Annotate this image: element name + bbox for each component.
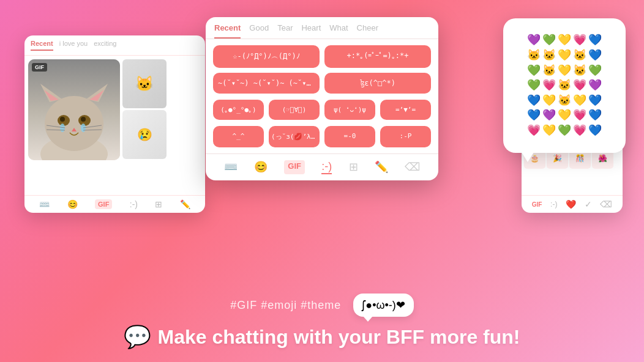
heart-emoji: 💛 bbox=[558, 49, 571, 62]
toolbar-kaomoji-icon[interactable]: :-) bbox=[321, 160, 332, 174]
rp-gif-icon[interactable]: GIF bbox=[532, 201, 542, 208]
kaomoji-btn-6[interactable]: ψ( ❛ᴗ❛)ψ bbox=[324, 100, 375, 120]
kaomoji-btn-8[interactable]: ^_^ bbox=[213, 126, 264, 147]
heart-emoji: 💗 bbox=[573, 124, 586, 138]
tab-what[interactable]: What bbox=[329, 23, 348, 39]
left-tab-exciting[interactable]: exciting bbox=[94, 40, 116, 51]
chat-icon: 💬 bbox=[124, 324, 151, 350]
heart-emoji: 💙 bbox=[588, 109, 602, 122]
heart-emoji: 💗 bbox=[573, 79, 586, 92]
tagline: Make chatting with your BFF more fun! bbox=[157, 326, 520, 349]
tab-heart[interactable]: Heart bbox=[301, 23, 321, 39]
kaomoji-row4: ^_^ (っ˘з(💋ʼλʼ)❤ =-0 :-P bbox=[206, 126, 438, 153]
kaomoji-tabs: Recent Good Tear Heart What Cheer bbox=[206, 17, 438, 39]
kaomoji-btn-7[interactable]: =ʼ▼ʼ= bbox=[380, 100, 431, 120]
cat-emoji: 🐱 bbox=[558, 79, 571, 92]
heart-emoji: 💙 bbox=[588, 49, 602, 62]
kaomoji-btn-4[interactable]: (｡●°_°●｡) bbox=[213, 100, 264, 120]
heart-emoji: 💚 bbox=[527, 64, 541, 78]
toolbar-pen-icon[interactable]: ✏️ bbox=[375, 160, 388, 174]
svg-point-9 bbox=[60, 117, 65, 122]
left-tab-recent[interactable]: Recent bbox=[31, 40, 53, 51]
heart-emoji: 💛 bbox=[542, 124, 556, 138]
toolbar-grid-icon[interactable]: ⊞ bbox=[349, 160, 358, 174]
tagline-container: 💬 Make chatting with your BFF more fun! bbox=[124, 324, 520, 350]
cat-emoji: 🐱 bbox=[527, 49, 541, 62]
hashtags: #GIF #emoji #theme bbox=[230, 299, 341, 312]
left-panel-tabs: Recent i love you exciting bbox=[24, 35, 205, 56]
toolbar-gif-icon[interactable]: GIF bbox=[284, 160, 305, 174]
heart-grid: 💜 💚 💛 💗 💙 🐱 🐱 💛 🐱 💙 💚 🐱 💛 🐱 💚 💚 💗 🐱 💗 💜 … bbox=[527, 34, 602, 137]
heart-emoji: 💙 bbox=[588, 94, 602, 108]
gif-badge: GIF bbox=[32, 63, 47, 72]
heart-emoji: 💗 bbox=[573, 34, 586, 47]
cat-emoji: 🐱 bbox=[542, 64, 556, 78]
heart-emoji: 💙 bbox=[527, 109, 541, 122]
kaomoji-panel: Recent Good Tear Heart What Cheer ☆-(ﾉ°Д… bbox=[206, 17, 438, 180]
kaomoji-btn-11[interactable]: :-P bbox=[380, 126, 431, 147]
toolbar-emoji-icon[interactable]: 😊 bbox=[254, 160, 268, 174]
heart-emoji: 💜 bbox=[542, 109, 556, 122]
bubble-kaomoji: ʃ●•ω•-)❤ bbox=[362, 299, 405, 311]
thumb1: 🐱 bbox=[122, 59, 167, 108]
svg-point-2 bbox=[45, 96, 103, 151]
kaomoji-row3: (｡●°_°●｡) (☞ﾟ∀ﾟ) ψ( ❛ᴗ❛)ψ =ʼ▼ʼ= bbox=[206, 100, 438, 126]
kaomoji-btn-5[interactable]: (☞ﾟ∀ﾟ) bbox=[269, 100, 320, 120]
tab-recent[interactable]: Recent bbox=[214, 23, 241, 39]
kaomoji-btn-10[interactable]: =-0 bbox=[324, 126, 375, 147]
lp-gif-icon[interactable]: GIF bbox=[95, 199, 112, 209]
cat-emoji: 🐱 bbox=[558, 94, 571, 108]
cat-gif: GIF bbox=[28, 59, 120, 160]
lp-emoji-icon[interactable]: 😊 bbox=[67, 199, 78, 209]
kaomoji-btn-0[interactable]: ☆-(ﾉ°Д°)ﾉ︵(Д°)ﾉ bbox=[213, 45, 320, 68]
kaomoji-btn-1[interactable]: +:*｡(=ﾟ-ﾟ=)｡:*+ bbox=[324, 45, 431, 68]
cat-emoji: 🐱 bbox=[542, 49, 556, 62]
heart-emoji: 💚 bbox=[542, 34, 556, 47]
heart-emoji: 💗 bbox=[527, 124, 541, 138]
lp-grid-icon[interactable]: ⊞ bbox=[155, 199, 162, 209]
cat-emoji: 🐱 bbox=[573, 49, 586, 62]
tab-good[interactable]: Good bbox=[249, 23, 269, 39]
heart-emoji: 💙 bbox=[588, 124, 602, 138]
heart-emoji: 💚 bbox=[527, 79, 541, 92]
rp-check-icon[interactable]: ✓ bbox=[585, 199, 592, 209]
lp-pen-icon[interactable]: ✏️ bbox=[180, 199, 190, 209]
rp-kaomoji-icon[interactable]: :-) bbox=[550, 200, 557, 209]
heart-emoji: 💙 bbox=[588, 34, 602, 47]
cat-emoji: 🐱 bbox=[573, 64, 586, 78]
heart-emoji: 💚 bbox=[558, 124, 571, 138]
left-panel-body: GIF bbox=[24, 56, 205, 164]
heart-emoji: 💛 bbox=[558, 109, 571, 122]
hashtag-row: #GIF #emoji #theme ʃ●•ω•-)❤ bbox=[230, 294, 414, 317]
kaomoji-grid: ☆-(ﾉ°Д°)ﾉ︵(Д°)ﾉ +:*｡(=ﾟ-ﾟ=)｡:*+ ~(˘▾˘~) … bbox=[206, 39, 438, 100]
heart-emoji: 💗 bbox=[573, 109, 586, 122]
kaomoji-btn-2[interactable]: ~(˘▾˘~) ~(˘▾˘)~ (~˘▾˘)~ bbox=[213, 73, 320, 94]
toolbar-keyboard-icon[interactable]: ⌨️ bbox=[224, 160, 238, 174]
heart-emoji: 💜 bbox=[527, 34, 541, 47]
heart-emoji: 💗 bbox=[542, 79, 556, 92]
heart-emoji: 💛 bbox=[542, 94, 556, 108]
rp-delete-icon[interactable]: ⌫ bbox=[600, 199, 612, 209]
toolbar-delete-icon[interactable]: ⌫ bbox=[405, 160, 420, 174]
bottom-section: #GIF #emoji #theme ʃ●•ω•-)❤ 💬 Make chatt… bbox=[0, 294, 644, 350]
rp-heart-icon[interactable]: ❤️ bbox=[566, 199, 576, 209]
svg-point-10 bbox=[81, 117, 86, 122]
heart-emoji-bubble: 💜 💚 💛 💗 💙 🐱 🐱 💛 🐱 💙 💚 🐱 💛 🐱 💚 💚 💗 🐱 💗 💜 … bbox=[503, 18, 626, 153]
cat-svg bbox=[28, 59, 120, 160]
tab-cheer[interactable]: Cheer bbox=[357, 23, 378, 39]
speech-bubble-small: ʃ●•ω•-)❤ bbox=[353, 294, 414, 317]
kaomoji-btn-9[interactable]: (っ˘з(💋ʼλʼ)❤ bbox=[269, 126, 320, 147]
kaomoji-btn-3[interactable]: ɮɛ(^□^*) bbox=[324, 73, 431, 94]
heart-emoji: 💛 bbox=[573, 94, 586, 108]
left-keyboard-panel: Recent i love you exciting GIF bbox=[24, 35, 205, 213]
left-tab-iloveyou[interactable]: i love you bbox=[59, 40, 88, 51]
tab-tear[interactable]: Tear bbox=[277, 23, 293, 39]
lp-keyboard-icon[interactable]: ⌨️ bbox=[39, 199, 50, 209]
heart-emoji: 💛 bbox=[558, 34, 571, 47]
heart-emoji: 💜 bbox=[588, 79, 602, 92]
right-thumbs: 🐱 😢 bbox=[122, 59, 167, 160]
heart-emoji: 💙 bbox=[527, 94, 541, 108]
left-keyboard-bar: ⌨️ 😊 GIF :-) ⊞ ✏️ bbox=[24, 195, 205, 213]
lp-kaomoji-icon[interactable]: :-) bbox=[130, 199, 138, 209]
heart-emoji: 💛 bbox=[558, 64, 571, 78]
